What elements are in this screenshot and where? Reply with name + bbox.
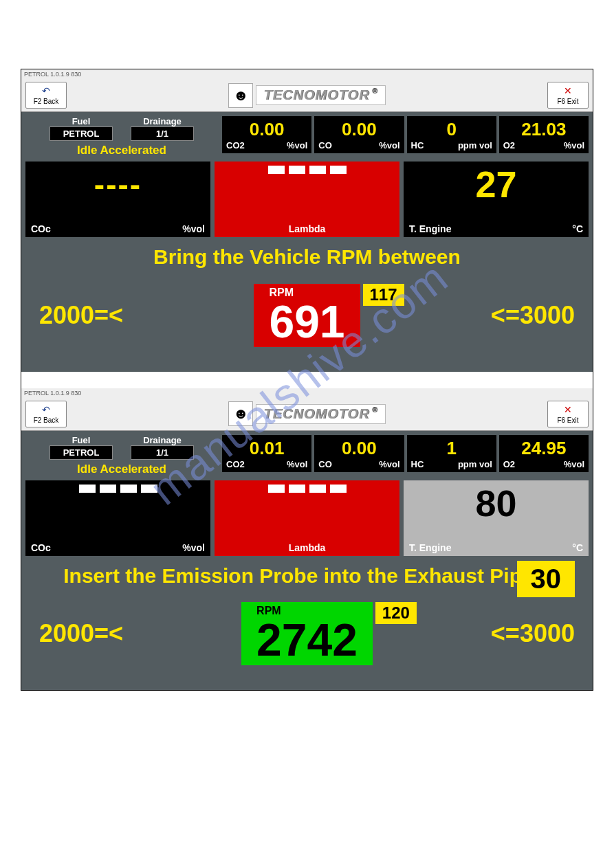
- drainage-value: 1/1: [131, 126, 194, 141]
- rpm-value: 2742: [256, 617, 358, 663]
- rpm-box: RPM 2742 120: [241, 602, 373, 665]
- rpm-badge: 120: [375, 602, 417, 624]
- co-value: 0.00: [318, 119, 399, 140]
- toolbar: ↶ F2 Back ☻ TECNOMOTOR® ✕ F6 Exit: [21, 79, 593, 112]
- screen-1: PETROL 1.0.1.9 830 ↶ F2 Back ☻ TECNOMOTO…: [21, 69, 593, 372]
- coc-value: ----: [31, 166, 205, 203]
- lambda-cell: Lambda: [215, 162, 399, 237]
- lambda-cell: Lambda: [215, 480, 399, 556]
- back-label: F2 Back: [34, 98, 59, 105]
- co-cell: 0.00 CO%vol: [314, 435, 404, 472]
- instruction-text: Bring the Vehicle RPM between: [25, 237, 589, 284]
- fuel-block: Fuel PETROL Drainage 1/1 Idle Accelerate…: [25, 116, 218, 157]
- screen-2: PETROL 1.0.1.9 830 ↶ F2 Back ☻ TECNOMOTO…: [21, 388, 593, 691]
- undo-icon: ↶: [42, 404, 50, 415]
- rpm-value: 691: [269, 299, 344, 344]
- instruction-text: Insert the Emission Probe into the Exhau…: [25, 556, 589, 603]
- exit-button[interactable]: ✕ F6 Exit: [547, 82, 589, 109]
- undo-icon: ↶: [42, 85, 50, 96]
- idle-status: Idle Accelerated: [77, 144, 166, 157]
- status-row: Fuel PETROL Drainage 1/1 Idle Accelerate…: [25, 435, 589, 476]
- logo-mascot-icon: ☻: [228, 401, 253, 426]
- logo: ☻ TECNOMOTOR®: [228, 401, 385, 426]
- o2-value: 21.03: [503, 119, 584, 140]
- fuel-label: Fuel: [72, 435, 91, 445]
- fuel-value: PETROL: [50, 126, 113, 141]
- co-value: 0.00: [318, 438, 399, 459]
- toolbar: ↶ F2 Back ☻ TECNOMOTOR® ✕ F6 Exit: [21, 398, 593, 431]
- drainage-item: Drainage 1/1: [131, 116, 194, 141]
- coc-cell: COc%vol: [25, 480, 210, 556]
- exit-button[interactable]: ✕ F6 Exit: [547, 401, 589, 427]
- back-label: F2 Back: [34, 416, 59, 424]
- o2-cell: 24.95 O2%vol: [499, 435, 589, 472]
- close-icon: ✕: [564, 404, 572, 415]
- rpm-row: 30 2000=< RPM 2742 120 <=3000: [25, 602, 589, 686]
- countdown-badge: 30: [517, 561, 575, 597]
- app-title: PETROL 1.0.1.9 830: [21, 388, 593, 398]
- limit-high: <=3000: [491, 301, 575, 330]
- temp-cell: 80 T. Engine°C: [404, 480, 589, 556]
- temp-value: 27: [409, 166, 583, 203]
- co-cell: 0.00 CO%vol: [314, 116, 404, 153]
- limit-low: 2000=<: [39, 619, 123, 648]
- lambda-value: [220, 166, 394, 174]
- o2-value: 24.95: [503, 438, 584, 459]
- gas-cells: 0.01 CO2%vol 0.00 CO%vol 1 HCppm vol 24.…: [222, 435, 589, 472]
- logo: ☻ TECNOMOTOR®: [228, 83, 385, 108]
- temp-cell: 27 T. Engine°C: [404, 162, 589, 237]
- big-row: COc%vol Lambda 80 T. Engine°C: [25, 480, 589, 556]
- exit-label: F6 Exit: [557, 98, 578, 105]
- fuel-block: Fuel PETROL Drainage 1/1 Idle Accelerate…: [25, 435, 218, 476]
- main-panel: Fuel PETROL Drainage 1/1 Idle Accelerate…: [21, 431, 593, 691]
- drainage-item: Drainage 1/1: [131, 435, 194, 460]
- limit-low: 2000=<: [39, 301, 123, 330]
- drainage-value: 1/1: [131, 445, 194, 460]
- hc-value: 1: [411, 438, 492, 459]
- gas-cells: 0.00 CO2%vol 0.00 CO%vol 0 HCppm vol 21.…: [222, 116, 589, 153]
- big-row: ---- COc%vol Lambda 27 T. Engine°C: [25, 162, 589, 237]
- app-title: PETROL 1.0.1.9 830: [21, 69, 593, 79]
- drainage-label: Drainage: [143, 435, 182, 445]
- idle-status: Idle Accelerated: [77, 463, 166, 476]
- drainage-label: Drainage: [143, 116, 182, 126]
- hc-value: 0: [411, 119, 492, 140]
- hc-cell: 1 HCppm vol: [407, 435, 496, 472]
- logo-mascot-icon: ☻: [228, 83, 253, 108]
- rpm-badge: 117: [363, 284, 404, 306]
- status-row: Fuel PETROL Drainage 1/1 Idle Accelerate…: [25, 116, 589, 157]
- rpm-row: 2000=< RPM 691 117 <=3000: [25, 284, 589, 368]
- limit-high: <=3000: [491, 619, 575, 648]
- main-panel: Fuel PETROL Drainage 1/1 Idle Accelerate…: [21, 112, 593, 372]
- co2-cell: 0.01 CO2%vol: [222, 435, 311, 472]
- fuel-label: Fuel: [72, 116, 91, 126]
- fuel-item: Fuel PETROL: [50, 435, 113, 460]
- hc-cell: 0 HCppm vol: [407, 116, 496, 153]
- close-icon: ✕: [564, 85, 572, 96]
- coc-value: [31, 485, 205, 493]
- logo-text: TECNOMOTOR®: [256, 404, 385, 424]
- back-button[interactable]: ↶ F2 Back: [25, 401, 67, 427]
- fuel-value: PETROL: [50, 445, 113, 460]
- document-frame: PETROL 1.0.1.9 830 ↶ F2 Back ☻ TECNOMOTO…: [21, 69, 593, 691]
- exit-label: F6 Exit: [557, 416, 578, 424]
- co2-cell: 0.00 CO2%vol: [222, 116, 311, 153]
- temp-value: 80: [409, 485, 583, 522]
- co2-value: 0.00: [226, 119, 307, 140]
- co2-value: 0.01: [226, 438, 307, 459]
- rpm-box: RPM 691 117: [254, 284, 360, 347]
- lambda-value: [220, 485, 394, 493]
- logo-text: TECNOMOTOR®: [256, 85, 385, 105]
- o2-cell: 21.03 O2%vol: [499, 116, 589, 153]
- fuel-item: Fuel PETROL: [50, 116, 113, 141]
- coc-cell: ---- COc%vol: [25, 162, 210, 237]
- back-button[interactable]: ↶ F2 Back: [25, 82, 67, 109]
